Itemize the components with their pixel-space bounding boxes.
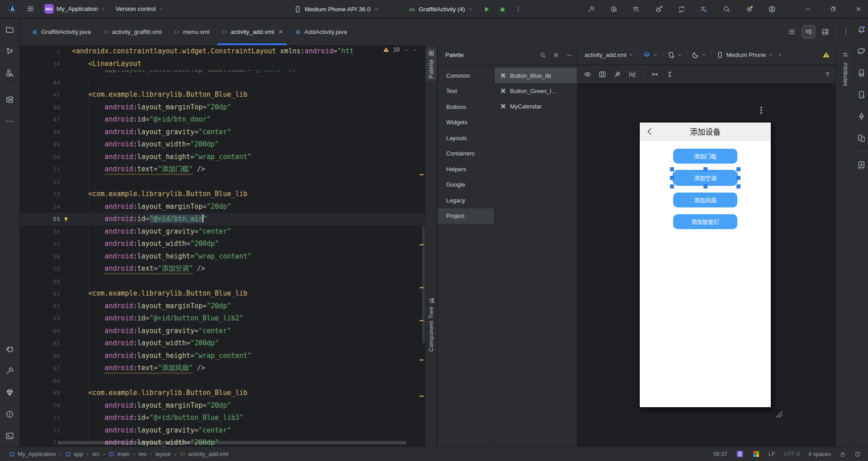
tool-gemini-button[interactable] — [854, 108, 868, 124]
canvas-resize-handle[interactable] — [774, 409, 783, 418]
code-line[interactable]: 46 android:layout_marginTop="20dp" — [20, 101, 425, 114]
tool-terminal-button[interactable] — [2, 428, 18, 443]
palette-component[interactable]: Button_Green_l... — [495, 83, 577, 99]
code-line[interactable]: 63 android:id="@+id/button_Blue_lib2" — [20, 312, 425, 325]
code-line[interactable]: 50 android:layout_height="wrap_content" — [20, 151, 425, 164]
component-tree-tool-tab[interactable]: Component Tree — [426, 295, 437, 354]
canvas-menu-icon[interactable]: ••• — [760, 106, 762, 114]
palette-category-google[interactable]: Google — [438, 177, 494, 193]
caret-position[interactable]: 55:37 — [713, 451, 727, 457]
back-arrow-icon[interactable] — [645, 127, 654, 136]
tool-more-horizontal-button[interactable] — [2, 113, 18, 129]
account-icon[interactable] — [768, 5, 776, 13]
design-canvas[interactable]: ••• 添加设备 添加门槛 添加空调添加风扇添加智能灯 — [577, 85, 835, 447]
code-line[interactable]: 57 android:layout_width="200dp" — [20, 238, 425, 250]
code-line[interactable]: 65 android:layout_width="200dp" — [20, 337, 425, 350]
night-mode-button[interactable] — [692, 51, 707, 59]
tool-commit-button[interactable] — [2, 43, 18, 59]
code-line[interactable]: 68 — [20, 375, 425, 387]
close-button[interactable] — [855, 6, 862, 12]
tool-problems-button[interactable] — [2, 406, 18, 422]
sync-project-icon[interactable] — [678, 5, 685, 13]
issues-warning-icon[interactable] — [822, 51, 830, 59]
palette-category-widgets[interactable]: Widgets — [438, 115, 494, 131]
horizontal-scrollbar[interactable] — [58, 441, 406, 444]
plugin-purple-icon[interactable] — [736, 450, 744, 458]
autoconnect-off-icon[interactable] — [613, 71, 621, 78]
editor-tab[interactable]: C AddActivity.java — [289, 19, 353, 45]
orientation-button[interactable] — [667, 51, 682, 59]
code-line[interactable]: 67 android:text="添加风扇" /> — [20, 362, 425, 375]
palette-category-containers[interactable]: Containers — [438, 146, 494, 162]
design-view-icon[interactable] — [821, 28, 829, 36]
error-circle-icon[interactable] — [854, 451, 861, 457]
editor-tab[interactable]: menu.xml — [168, 19, 216, 45]
code-line[interactable]: 70 android:layout_marginTop="20dp" — [20, 400, 425, 412]
code-line[interactable]: 59 android:text="添加空调" /> — [20, 263, 425, 275]
editor-tab[interactable]: C GraffitiActivity.java — [26, 19, 97, 45]
design-file-selector[interactable]: activity_add.xml — [585, 52, 633, 58]
editor-tab[interactable]: activity_add.xml ✕ — [215, 19, 289, 45]
code-line[interactable]: 71 android:id="@+id/button_Blue_lib3" — [20, 412, 425, 424]
unlock-icon[interactable] — [840, 451, 846, 457]
chevron-right-icon[interactable] — [778, 52, 783, 57]
palette-category-layouts[interactable]: Layouts — [438, 130, 494, 146]
palette-category-text[interactable]: Text — [438, 84, 494, 99]
code-line[interactable]: 56 android:layout_gravity="center" — [20, 226, 425, 238]
search-icon[interactable] — [723, 5, 731, 13]
palette-component[interactable]: Button_Blue_lib — [495, 68, 577, 83]
breadcrumb-item[interactable]: app — [65, 451, 83, 457]
chevron-down-icon[interactable] — [413, 47, 418, 52]
help-button[interactable]: ? — [826, 71, 829, 78]
warning-stripe-mark[interactable] — [420, 359, 424, 361]
code-line[interactable]: 72 android:layout_gravity="center" — [20, 424, 425, 437]
palette-category-helpers[interactable]: Helpers — [438, 161, 494, 177]
preview-button[interactable]: 添加智能灯 — [673, 214, 737, 229]
build-variants-icon[interactable]: 5 — [632, 5, 640, 13]
more-actions-icon[interactable] — [514, 5, 522, 13]
code-line[interactable]: 34 <LinearLayout — [20, 58, 425, 71]
code-line[interactable]: 62 android:layout_marginTop="20dp" — [20, 300, 425, 313]
code-line[interactable]: 66 android:layout_height="wrap_content" — [20, 350, 425, 362]
gear-icon[interactable] — [553, 52, 559, 58]
tool-running-devices-button[interactable] — [854, 87, 868, 102]
code-line[interactable]: 60 — [20, 275, 425, 288]
tool-logcat-button[interactable] — [2, 341, 18, 357]
code-line[interactable]: 55 android:id="@+id/btn_air" — [20, 213, 425, 226]
code-line[interactable]: 51 android:text="添加门槛" /> — [20, 163, 425, 176]
code-line[interactable]: 69 <com.example.librarylib.Button_Blue_l… — [20, 387, 425, 400]
microsoft-logo-icon[interactable] — [752, 450, 760, 458]
tool-device-mirror-button[interactable] — [854, 130, 868, 146]
preview-button[interactable]: 添加空调 — [673, 170, 737, 185]
code-line[interactable]: 45 <com.example.librarylib.Button_Blue_l… — [20, 89, 425, 101]
horizontal-constraint-icon[interactable] — [651, 71, 659, 78]
code-line[interactable]: 54 android:layout_marginTop="20dp" — [20, 201, 425, 213]
code-line[interactable]: 58 android:layout_height="wrap_content" — [20, 250, 425, 263]
tool-translations-book-button[interactable] — [854, 157, 868, 172]
default-margins-icon[interactable] — [628, 71, 636, 78]
tool-structure-button[interactable] — [2, 92, 18, 107]
settings-icon[interactable] — [745, 5, 753, 13]
tool-project-folder-button[interactable] — [2, 22, 18, 37]
close-icon[interactable]: ✕ — [278, 28, 283, 35]
surface-mode-button[interactable] — [643, 51, 658, 59]
build-hammer-icon[interactable] — [587, 5, 595, 13]
code-line[interactable]: 47 android:id="@+id/btn_door" — [20, 113, 425, 126]
breadcrumb-item[interactable]: main — [108, 451, 129, 457]
palette-component[interactable]: MyCalendar — [495, 99, 577, 114]
split-view-button[interactable] — [802, 25, 815, 38]
breadcrumb-item[interactable]: My_Application — [9, 451, 56, 457]
code-line[interactable]: 64 android:layout_gravity="center" — [20, 325, 425, 338]
main-menu-icon[interactable] — [27, 5, 34, 13]
vertical-constraint-icon[interactable] — [666, 71, 674, 78]
code-line[interactable]: 44 — [20, 76, 425, 89]
palette-category-project[interactable]: Project — [438, 208, 494, 224]
view-options-button[interactable] — [584, 71, 591, 78]
tool-gem-button[interactable] — [2, 385, 18, 400]
run-configuration[interactable]: GraffitiActivity (4) — [408, 5, 473, 13]
columns-icon[interactable] — [599, 71, 606, 78]
palette-category-buttons[interactable]: Buttons — [438, 99, 494, 115]
debug-button[interactable] — [499, 5, 506, 13]
breadcrumb-item[interactable]: activity_add.xml — [179, 451, 228, 457]
editor-tab[interactable]: activity_graffiti.xml — [97, 19, 168, 45]
